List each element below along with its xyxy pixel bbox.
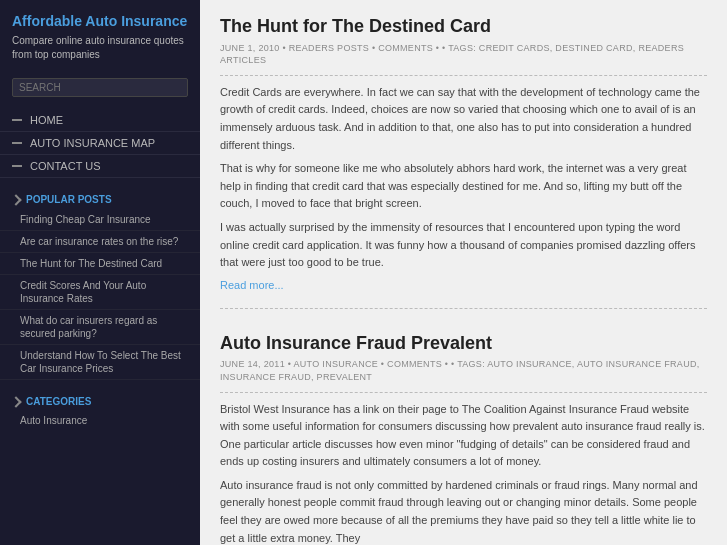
popular-item[interactable]: Are car insurance rates on the rise? (0, 231, 200, 253)
nav-home[interactable]: HOME (0, 109, 200, 132)
section-arrow-icon (10, 194, 21, 205)
article-divider (220, 75, 707, 76)
nav-home-label: HOME (30, 114, 63, 126)
article-2-meta: JUNE 14, 2011 • AUTO INSURANCE • COMMENT… (220, 358, 707, 383)
nav-line-icon (12, 142, 22, 144)
article-2-para-1: Bristol West Insurance has a link on the… (220, 401, 707, 471)
nav-contact-label: CONTACT US (30, 160, 101, 172)
popular-item[interactable]: The Hunt for The Destined Card (0, 253, 200, 275)
nav-line-icon (12, 119, 22, 121)
popular-item[interactable]: Credit Scores And Your Auto Insurance Ra… (0, 275, 200, 310)
category-item[interactable]: Auto Insurance (0, 411, 200, 430)
categories-section: CATEGORIES Auto Insurance (0, 388, 200, 430)
nav-contact-us[interactable]: CONTACT US (0, 155, 200, 178)
search-box[interactable] (12, 78, 188, 97)
article-1-title: The Hunt for The Destined Card (220, 16, 707, 38)
categories-heading: CATEGORIES (0, 388, 200, 411)
sidebar: Affordable Auto Insurance Compare online… (0, 0, 200, 545)
nav-line-icon (12, 165, 22, 167)
sidebar-nav: HOME AUTO INSURANCE MAP CONTACT US (0, 109, 200, 178)
article-2: Auto Insurance Fraud Prevalent JUNE 14, … (220, 333, 707, 545)
popular-posts-list: Finding Cheap Car Insurance Are car insu… (0, 209, 200, 380)
article-1-meta: JUNE 1, 2010 • READERS POSTS • COMMENTS … (220, 42, 707, 67)
popular-item[interactable]: Understand How To Select The Best Car In… (0, 345, 200, 380)
main-content: The Hunt for The Destined Card JUNE 1, 2… (200, 0, 727, 545)
section-arrow-icon (10, 396, 21, 407)
popular-item[interactable]: What do car insurers regard as secured p… (0, 310, 200, 345)
search-input[interactable] (19, 82, 181, 93)
article-1: The Hunt for The Destined Card JUNE 1, 2… (220, 16, 707, 309)
article-2-title: Auto Insurance Fraud Prevalent (220, 333, 707, 355)
article-1-para-1: Credit Cards are everywhere. In fact we … (220, 84, 707, 154)
popular-item[interactable]: Finding Cheap Car Insurance (0, 209, 200, 231)
sidebar-title: Affordable Auto Insurance (0, 12, 200, 34)
sidebar-subtitle: Compare online auto insurance quotes fro… (0, 34, 200, 74)
article-1-para-3: I was actually surprised by the immensit… (220, 219, 707, 272)
article-2-para-2: Auto insurance fraud is not only committ… (220, 477, 707, 545)
article-1-para-2: That is why for someone like me who abso… (220, 160, 707, 213)
nav-map-label: AUTO INSURANCE MAP (30, 137, 155, 149)
popular-posts-heading: POPULAR POSTS (0, 186, 200, 209)
article-1-read-more[interactable]: Read more... (220, 279, 284, 291)
nav-auto-insurance-map[interactable]: AUTO INSURANCE MAP (0, 132, 200, 155)
article-divider (220, 392, 707, 393)
